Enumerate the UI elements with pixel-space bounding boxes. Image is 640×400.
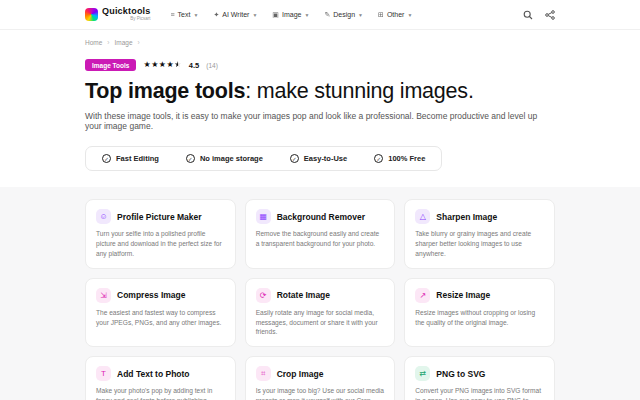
feature-label: Easy-to-Use (304, 154, 347, 163)
chevron-right-icon: › (138, 39, 140, 46)
tool-title: Compress Image (117, 290, 186, 300)
tool-description: Make your photo's pop by adding text in … (96, 386, 225, 400)
tool-title: Profile Picture Maker (117, 212, 202, 222)
check-circle-icon: ✓ (102, 154, 111, 163)
tool-card[interactable]: ⇲ Compress Image The easiest and fastest… (85, 278, 236, 348)
nav-menu: ≡ Text ▼ ✦ AI Writer ▼ ▣ Image ▼ ✎ Desig… (171, 11, 413, 19)
tool-title: Crop Image (277, 369, 324, 379)
tool-title: Sharpen Image (436, 212, 497, 222)
star-rating-icon: ★★★★★ (143, 61, 181, 69)
nav-actions (522, 9, 555, 20)
check-circle-icon: ✓ (290, 154, 299, 163)
nav-item-label: Image (282, 11, 301, 18)
nav-item[interactable]: ✎ Design ▼ (324, 11, 363, 19)
tool-card[interactable]: ⌗ Crop Image Is your image too big? Use … (245, 356, 396, 400)
nav-item-label: Other (387, 11, 405, 18)
feature-label: No image storage (200, 154, 263, 163)
breadcrumb: Home › Image › (85, 39, 555, 46)
feature-item: ✓ Fast Editing (102, 154, 159, 163)
tool-icon: T (96, 366, 111, 381)
check-circle-icon: ✓ (374, 154, 383, 163)
logo-title: Quicktools (102, 7, 151, 16)
chevron-down-icon: ▼ (252, 12, 257, 18)
tool-title: PNG to SVG (436, 369, 485, 379)
nav-item-label: AI Writer (222, 11, 249, 18)
share-icon[interactable] (544, 9, 555, 20)
features-bar: ✓ Fast Editing ✓ No image storage ✓ Easy… (85, 146, 442, 171)
rating-count: (14) (206, 62, 218, 69)
tool-icon: △ (415, 209, 430, 224)
tool-icon: ⟳ (256, 288, 271, 303)
category-badge[interactable]: Image Tools (85, 59, 136, 71)
tool-description: Convert your PNG images into SVG format … (415, 386, 544, 400)
nav-item-icon: ▣ (272, 11, 279, 19)
tool-card[interactable]: ⟳ Rotate Image Easily rotate any image f… (245, 278, 396, 348)
nav-item-label: Design (333, 11, 355, 18)
breadcrumb-link[interactable]: Image (115, 39, 133, 46)
breadcrumb-item: Home › (85, 39, 110, 46)
tool-description: Resize images without cropping or losing… (415, 308, 544, 328)
tool-title: Add Text to Photo (117, 369, 190, 379)
nav-item[interactable]: ▣ Image ▼ (272, 11, 309, 19)
tool-description: Remove the background easily and create … (256, 229, 385, 249)
tool-card[interactable]: △ Sharpen Image Take blurry or grainy im… (404, 199, 555, 269)
tools-section: ☺ Profile Picture Maker Turn your selfie… (0, 187, 640, 400)
feature-item: ✓ Easy-to-Use (290, 154, 347, 163)
feature-label: 100% Free (388, 154, 425, 163)
hero-meta-row: Image Tools ★★★★★ 4.5 (14) (85, 59, 555, 71)
logo-icon (85, 8, 98, 21)
tool-title: Resize Image (436, 290, 490, 300)
feature-item: ✓ No image storage (186, 154, 263, 163)
rating-value: 4.5 (189, 61, 199, 70)
tools-grid: ☺ Profile Picture Maker Turn your selfie… (85, 199, 555, 400)
breadcrumb-link[interactable]: Home (85, 39, 102, 46)
tool-title: Background Remover (277, 212, 365, 222)
page-title: Top image tools: make stunning images. (85, 79, 555, 104)
tool-description: Turn your selfie into a polished profile… (96, 229, 225, 259)
tool-icon: ⇄ (415, 366, 430, 381)
tool-icon: ▦ (256, 209, 271, 224)
chevron-down-icon: ▼ (407, 12, 412, 18)
tool-card[interactable]: ↗ Resize Image Resize images without cro… (404, 278, 555, 348)
tool-description: Take blurry or grainy images and create … (415, 229, 544, 259)
tool-card[interactable]: T Add Text to Photo Make your photo's po… (85, 356, 236, 400)
tool-icon: ↗ (415, 288, 430, 303)
tool-card[interactable]: ▦ Background Remover Remove the backgrou… (245, 199, 396, 269)
tool-icon: ☺ (96, 209, 111, 224)
page-subtitle: With these image tools, it is easy to ma… (85, 111, 555, 131)
tool-icon: ⌗ (256, 366, 271, 381)
tool-title: Rotate Image (277, 290, 330, 300)
chevron-down-icon: ▼ (193, 12, 198, 18)
feature-label: Fast Editing (116, 154, 159, 163)
tool-icon: ⇲ (96, 288, 111, 303)
nav-item[interactable]: ✦ AI Writer ▼ (213, 11, 257, 19)
nav-item-label: Text (178, 11, 191, 18)
logo[interactable]: Quicktools By Picsart (85, 7, 151, 22)
feature-item: ✓ 100% Free (374, 154, 425, 163)
tool-description: The easiest and fastest way to compress … (96, 308, 225, 328)
nav-item-icon: ⊞ (378, 11, 384, 19)
logo-subtitle: By Picsart (102, 17, 151, 22)
nav-item-icon: ≡ (171, 11, 175, 18)
tool-description: Easily rotate any image for social media… (256, 308, 385, 338)
tool-card[interactable]: ⇄ PNG to SVG Convert your PNG images int… (404, 356, 555, 400)
nav-item-icon: ✎ (324, 11, 330, 19)
chevron-right-icon: › (107, 39, 109, 46)
check-circle-icon: ✓ (186, 154, 195, 163)
nav-item[interactable]: ⊞ Other ▼ (378, 11, 412, 19)
breadcrumb-item: Image › (115, 39, 140, 46)
tool-description: Is your image too big? Use our social me… (256, 386, 385, 400)
top-navbar: Quicktools By Picsart ≡ Text ▼ ✦ AI Writ… (0, 0, 640, 30)
tool-card[interactable]: ☺ Profile Picture Maker Turn your selfie… (85, 199, 236, 269)
search-icon[interactable] (522, 9, 533, 20)
chevron-down-icon: ▼ (304, 12, 309, 18)
nav-item[interactable]: ≡ Text ▼ (171, 11, 199, 19)
chevron-down-icon: ▼ (358, 12, 363, 18)
nav-item-icon: ✦ (213, 11, 219, 19)
